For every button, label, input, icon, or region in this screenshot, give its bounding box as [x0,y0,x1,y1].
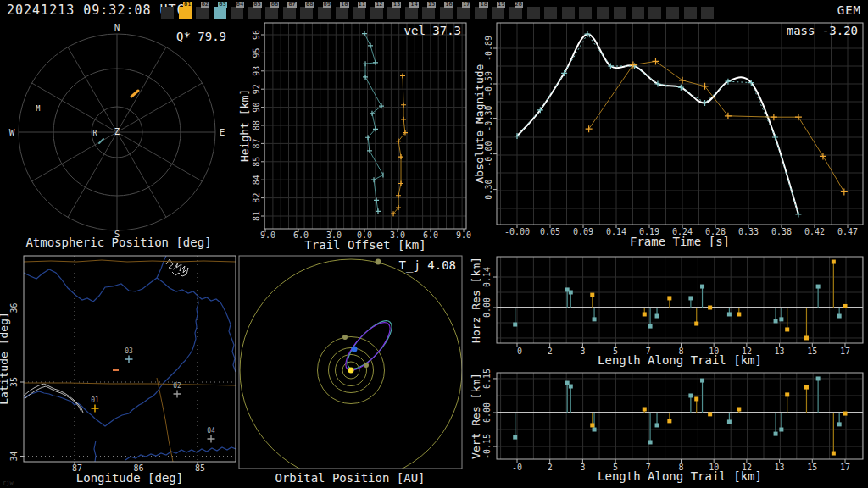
frame-thumb-blank-0[interactable] [161,7,174,19]
ridge-line-a [24,384,83,413]
xtick: 15 [807,463,817,472]
observed-orange-line [589,61,844,191]
frame-thumb-12[interactable]: 12 [370,7,383,19]
frame-thumb-17[interactable]: 17 [457,7,470,19]
frame-thumb-label: 04 [236,2,244,8]
y-axis-title: Vert Res [km] [470,373,482,459]
frame-thumb-02[interactable]: 02 [196,7,209,19]
xtick: 3 [580,347,585,356]
frame-thumb-label: 15 [427,2,436,8]
frame-thumb-blank-27[interactable] [632,7,644,19]
ytick: 88 [252,120,261,130]
res-teal-marker [727,419,732,424]
frame-thumb-06[interactable]: 06 [265,7,278,19]
x-axis-title: Trail Offset [km] [304,238,426,252]
res-teal-marker [688,393,693,397]
frame-thumb-blank-28[interactable] [648,7,661,19]
mars-dot [342,335,348,340]
frame-thumb-label: 18 [479,2,487,8]
data-markers [208,435,215,443]
venus-dot [364,363,369,368]
ytick: 34 [9,451,19,461]
frame-thumb-11[interactable]: 11 [353,7,365,19]
frame-thumb-13[interactable]: 13 [387,7,400,19]
xtick: 0.14 [606,227,626,236]
frame-thumb-20[interactable]: 20 [509,7,522,19]
res-teal-marker [700,285,704,289]
frame-thumb-05[interactable]: 05 [248,7,261,19]
y-axis-title: Latitude [deg] [0,312,10,405]
frame-thumb-01[interactable]: 01 [179,7,192,19]
res-yellow-marker [643,407,647,411]
res-yellow-marker [785,392,789,396]
xtick: 0.42 [804,227,825,236]
xtick: 15 [807,347,817,356]
polar-spoke [32,132,117,181]
frame-thumb-blank-31[interactable] [701,7,714,19]
frame-thumb-label: 13 [392,2,401,8]
earth-dot [352,347,358,352]
frame-thumb-blank-30[interactable] [684,7,697,19]
frame-thumb-blank-21[interactable] [527,7,540,19]
res-teal-marker [774,319,778,323]
frame-thumb-04[interactable]: 04 [231,7,243,19]
frame-thumb-18[interactable]: 18 [475,7,487,19]
res-teal-marker [700,379,704,383]
data-markers [125,356,133,363]
top-bar: 20241213 09:32:08 UTC 010203040506070809… [0,0,868,20]
frame-thumb-blank-23[interactable] [562,7,575,19]
frame-thumb-label: 12 [375,2,383,8]
frame-thumb-label: 16 [444,2,453,8]
ytick: 36 [9,302,19,313]
vert-res-panel: -02357810121315170.150.00-0.15Length Alo… [470,369,863,483]
frame-thumb-15[interactable]: 15 [422,7,435,19]
res-teal-marker [655,314,659,319]
radiant-label-R: R [93,130,97,137]
ytick: 90 [252,103,261,113]
xtick: 0.33 [738,227,759,236]
frame-thumb-label: 10 [340,2,348,8]
xtick: 0.09 [573,227,593,236]
res-yellow-marker [590,293,594,297]
frame-thumb-16[interactable]: 16 [440,7,453,19]
frame-thumb-08[interactable]: 08 [300,7,313,19]
radiant-label-M: M [36,105,41,113]
app-root: NSEWZMRQ* 79.9Atmospheric Position [deg]… [0,0,868,488]
res-yellow-marker [832,452,836,456]
res-teal-marker [513,435,517,440]
frame-thumb-blank-26[interactable] [614,7,626,19]
frame-thumb-blank-22[interactable] [544,7,557,19]
res-yellow-marker [708,412,712,416]
frame-thumb-label: 06 [270,2,279,8]
frame-thumb-19[interactable]: 19 [492,7,504,19]
xtick: -0 [512,463,522,472]
ytick: 92 [252,84,261,94]
frame-thumb-label: 11 [358,2,366,8]
ytick: 82 [252,193,261,203]
res-teal-marker [688,296,693,300]
xtick: 3 [580,463,585,472]
orbital-position-panel: T_j 4.08Orbital Position [AU] [239,256,462,485]
frame-thumb-03[interactable]: 03 [214,7,226,19]
map-marker-label-04: 04 [207,427,215,435]
frame-thumb-blank-25[interactable] [597,7,609,19]
frame-thumb-blank-24[interactable] [579,7,592,19]
res-teal-marker [779,428,783,432]
ground-track-panel: 01020304-87-86-85363534Longitude [deg]La… [0,256,236,485]
track-35 [24,383,236,385]
frame-thumb-10[interactable]: 10 [336,7,348,19]
data-markers [92,405,99,413]
xtick: 9.0 [456,230,471,240]
orbit-teal [341,314,398,375]
frame-thumb-14[interactable]: 14 [405,7,418,19]
orbit-drawing [240,259,462,482]
frame-thumb-blank-29[interactable] [666,7,679,19]
frame-thumb-label: 02 [201,2,209,8]
xtick: 17 [840,347,850,356]
frame-thumb-09[interactable]: 09 [318,7,331,19]
frame-thumb-07[interactable]: 07 [283,7,296,19]
watermark: rjw [3,480,14,486]
horz-res-panel: -02357810121315170.140.00Length Along Tr… [470,257,863,367]
xtick: 17 [840,463,850,472]
ytick: 87 [252,138,261,148]
